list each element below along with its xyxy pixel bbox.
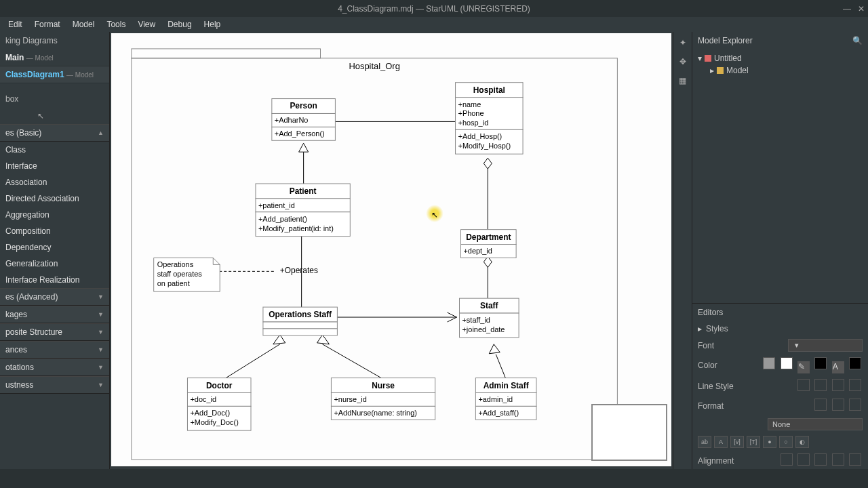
opt5-icon[interactable]: ● (763, 436, 776, 448)
align-center-icon[interactable] (797, 453, 810, 466)
class-hospital[interactable]: Hospital +name +Phone +hosp_id +Add_Hosp… (456, 83, 524, 154)
align-middle-icon[interactable] (849, 453, 861, 466)
class-operations-staff[interactable]: Operations Staff (263, 307, 337, 336)
font-label: Font (698, 341, 714, 350)
menu-format[interactable]: Format (29, 18, 66, 30)
svg-text:+hosp_id: +hosp_id (458, 119, 489, 127)
composite-header[interactable]: posite Structure▼ (0, 323, 109, 341)
menu-edit[interactable]: Edit (3, 18, 28, 30)
menu-bar: Edit Format Model Tools View Debug Help (0, 17, 868, 32)
fmt2-icon[interactable] (832, 399, 844, 411)
minimap[interactable] (591, 404, 667, 461)
class-department[interactable]: Department +dept_id (461, 230, 517, 258)
opt2-icon[interactable]: A (714, 436, 728, 448)
window-title: 4_ClassDiagram.mdj — StarUML (UNREGISTER… (338, 4, 530, 14)
svg-text:+Add_Person(): +Add_Person() (275, 129, 325, 138)
right-panel: Model Explorer 🔍 ▾Untitled ▸Model Editor… (692, 32, 868, 488)
robustness-header[interactable]: ustness▼ (0, 376, 109, 394)
svg-text:Staff: Staff (480, 301, 498, 310)
pointer-icon[interactable]: ↖ (37, 111, 44, 121)
svg-text:+Modify_Doc(): +Modify_Doc() (190, 418, 238, 426)
styles-row[interactable]: ▸Styles (692, 321, 868, 336)
classes-basic-header[interactable]: es (Basic)▲ (0, 124, 109, 142)
svg-text:Doctor: Doctor (206, 381, 233, 390)
tool-interface-realization[interactable]: Interface Realization (0, 272, 109, 288)
diagram-canvas[interactable]: Hospital_Org (110, 32, 673, 488)
classes-advanced-header[interactable]: es (Advanced)▼ (0, 288, 109, 306)
format-label: Format (698, 401, 724, 411)
tool-directed-association[interactable]: Directed Association (0, 190, 109, 207)
minimize-icon[interactable]: — (843, 4, 851, 14)
svg-text:+Add_Doc(): +Add_Doc() (190, 409, 230, 417)
instances-header[interactable]: ances▼ (0, 341, 109, 359)
move-icon[interactable]: ✥ (676, 55, 690, 68)
svg-marker-4 (299, 143, 309, 152)
tool-dependency[interactable]: Dependency (0, 239, 109, 256)
working-diagrams-label: king Diagrams (0, 32, 109, 49)
alignment-label: Alignment (698, 456, 734, 466)
tool-composition[interactable]: Composition (0, 223, 109, 239)
menu-debug[interactable]: Debug (162, 18, 197, 30)
tool-generalization[interactable]: Generalization (0, 256, 109, 272)
svg-marker-14 (317, 335, 330, 344)
search-icon[interactable]: 🔍 (852, 36, 863, 45)
svg-marker-13 (273, 335, 285, 344)
opt4-icon[interactable]: [T] (747, 436, 760, 448)
close-icon[interactable]: ✕ (858, 4, 865, 14)
diagram-classdiagram1[interactable]: ClassDiagram1 — Model (0, 66, 109, 83)
class-nurse[interactable]: Nurse +nurse_id +AddNurse(name: string) (331, 378, 435, 420)
svg-text:Admin Staff: Admin Staff (484, 381, 529, 390)
opt3-icon[interactable]: [v] (730, 436, 744, 448)
opt6-icon[interactable]: ○ (779, 436, 793, 448)
tool-interface[interactable]: Interface (0, 158, 109, 174)
annotations-header[interactable]: otations▼ (0, 359, 109, 376)
align-right-icon[interactable] (814, 453, 827, 466)
class-staff[interactable]: Staff +staff_id +joined_date (460, 298, 519, 338)
font-select[interactable]: ▾ (788, 339, 863, 352)
extension-icon[interactable]: ✦ (676, 36, 690, 49)
line-rect-icon[interactable] (797, 379, 810, 391)
diagram-main[interactable]: Main — Model (0, 49, 109, 66)
align-left-icon[interactable] (781, 453, 793, 466)
svg-text:+doc_id: +doc_id (190, 395, 216, 403)
svg-text:+staff_id: +staff_id (462, 316, 490, 324)
svg-text:+name: +name (458, 100, 481, 108)
class-person[interactable]: Person +AdharNo +Add_Person() (272, 99, 336, 141)
svg-text:+nurse_id: +nurse_id (334, 395, 366, 403)
pen-icon[interactable]: ✎ (797, 361, 810, 373)
tree-model[interactable]: ▸Model (698, 64, 863, 77)
tool-association[interactable]: Association (0, 174, 109, 190)
packages-header[interactable]: kages▼ (0, 306, 109, 323)
bg-color[interactable] (781, 357, 793, 369)
text-color[interactable] (849, 357, 861, 369)
svg-text:Person: Person (290, 102, 317, 111)
menu-model[interactable]: Model (67, 18, 100, 30)
svg-line-11 (226, 344, 280, 378)
class-doctor[interactable]: Doctor +doc_id +Add_Doc() +Modify_Doc() (187, 378, 251, 431)
menu-tools[interactable]: Tools (101, 18, 131, 30)
menu-view[interactable]: View (132, 18, 161, 30)
grid-icon[interactable]: ▦ (676, 74, 690, 87)
opt1-icon[interactable]: ab (698, 436, 711, 448)
svg-text:on patient: on patient (157, 279, 190, 287)
fmt3-icon[interactable] (849, 399, 861, 411)
toolbox-label: box (0, 90, 109, 108)
line-color[interactable] (814, 357, 827, 369)
tree-root[interactable]: ▾Untitled (698, 52, 863, 64)
opt7-icon[interactable]: ◐ (795, 436, 809, 448)
class-patient[interactable]: Patient +patient_id +Add_patient() +Modi… (256, 184, 350, 237)
tool-aggregation[interactable]: Aggregation (0, 207, 109, 223)
class-admin-staff[interactable]: Admin Staff +admin_id +Add_staff() (475, 378, 536, 420)
fmt1-icon[interactable] (814, 399, 827, 411)
fill-color-icon[interactable] (763, 357, 775, 369)
line-oblique-icon[interactable] (814, 379, 827, 391)
align-top-icon[interactable] (832, 453, 844, 466)
stereotype-select[interactable]: None (768, 418, 863, 430)
line-rounded-icon[interactable] (832, 379, 844, 391)
note-operates[interactable]: Operations staff operates on patient (154, 258, 220, 291)
menu-help[interactable]: Help (199, 18, 226, 30)
svg-text:+dept_id: +dept_id (463, 247, 492, 255)
tool-class[interactable]: Class (0, 142, 109, 158)
line-curve-icon[interactable] (849, 379, 861, 391)
text-icon[interactable]: A (832, 361, 844, 373)
